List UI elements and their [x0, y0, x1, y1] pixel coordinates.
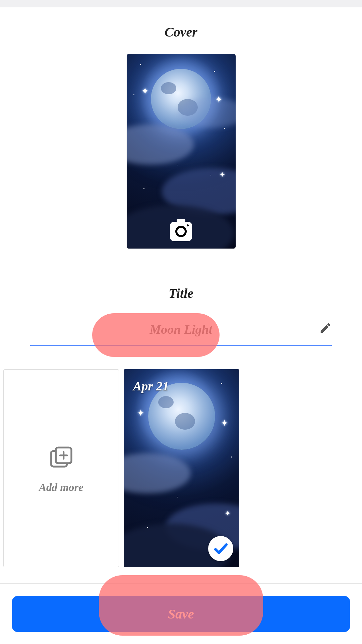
add-more-card[interactable]: Add more	[3, 369, 119, 567]
star-graphic	[177, 497, 178, 497]
star-graphic	[147, 527, 148, 528]
footer-bar: Save	[0, 583, 362, 644]
star-graphic	[143, 188, 144, 189]
camera-icon[interactable]	[170, 222, 192, 241]
star-graphic: ✦	[215, 94, 223, 105]
star-graphic	[140, 64, 141, 65]
selected-check-icon[interactable]	[208, 536, 233, 561]
cloud-graphic	[124, 453, 191, 493]
star-graphic: ✦	[225, 509, 231, 518]
star-graphic	[210, 175, 211, 175]
gallery-item-date: Apr 21	[133, 379, 169, 393]
cover-image[interactable]: ✦ ✦ ✦	[127, 54, 236, 249]
pencil-icon[interactable]	[319, 322, 332, 336]
star-graphic	[177, 165, 178, 165]
gallery-item[interactable]: ✦ ✦ ✦ Apr 21	[124, 369, 239, 567]
status-bar	[0, 0, 362, 7]
star-graphic	[231, 457, 232, 458]
star-graphic	[224, 128, 225, 129]
star-graphic: ✦	[137, 408, 144, 419]
star-graphic: ✦	[141, 86, 149, 97]
cover-container: ✦ ✦ ✦	[0, 54, 362, 249]
add-more-label: Add more	[39, 481, 83, 494]
title-input[interactable]: Moon Light	[30, 315, 332, 346]
star-graphic: ✦	[219, 170, 225, 179]
save-button[interactable]: Save	[12, 596, 350, 632]
star-graphic	[221, 383, 222, 384]
gallery-row: Add more ✦ ✦ ✦ Apr 21	[0, 369, 362, 567]
main-content: Cover ✦ ✦ ✦ Title Moon Light	[0, 7, 362, 567]
title-value: Moon Light	[150, 315, 213, 339]
star-graphic: ✦	[221, 418, 228, 429]
add-stack-icon	[48, 443, 75, 471]
title-section-label: Title	[0, 285, 362, 301]
star-graphic	[214, 71, 215, 72]
star-graphic	[133, 94, 134, 95]
title-row: Moon Light	[30, 315, 332, 346]
cover-section-label: Cover	[0, 24, 362, 40]
cloud-graphic	[127, 124, 194, 165]
